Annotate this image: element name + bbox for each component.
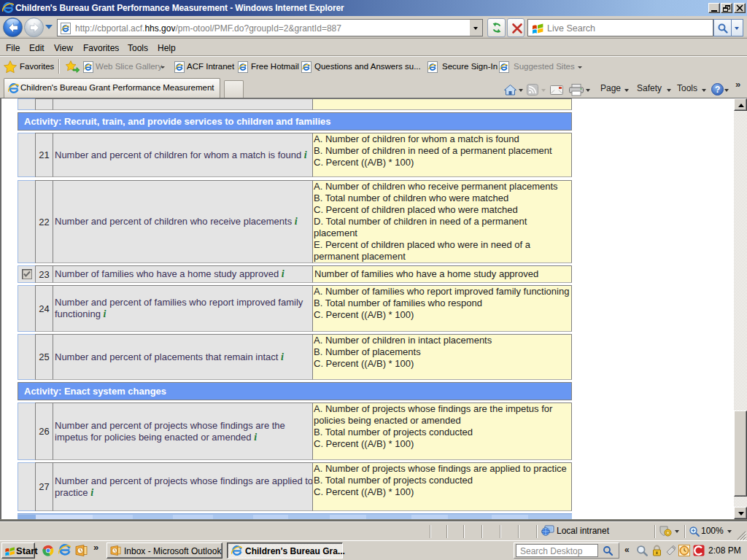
svg-text:?: ?: [715, 85, 720, 95]
